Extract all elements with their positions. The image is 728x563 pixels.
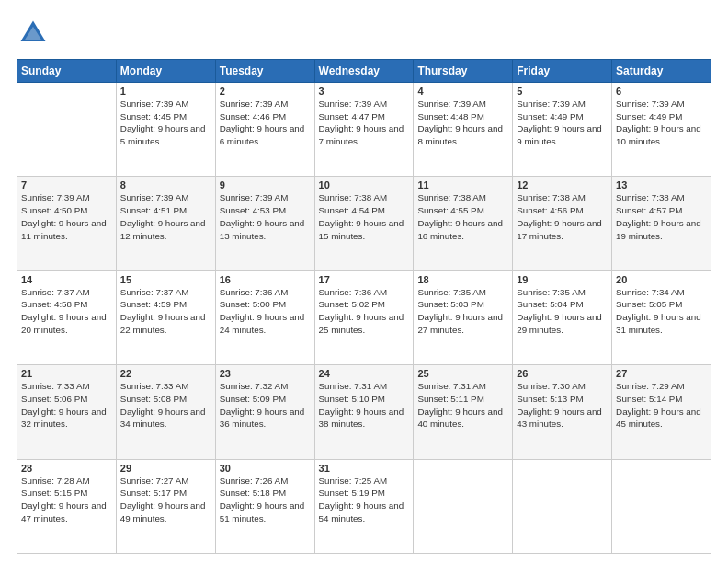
day-number: 6 (616, 86, 707, 97)
day-info: Sunrise: 7:31 AM Sunset: 5:10 PM Dayligh… (319, 380, 410, 431)
day-info: Sunrise: 7:28 AM Sunset: 5:15 PM Dayligh… (21, 475, 112, 525)
sunset-text: Sunset: 4:46 PM (220, 111, 286, 121)
sunset-text: Sunset: 4:51 PM (120, 205, 187, 215)
sunset-text: Sunset: 5:09 PM (220, 394, 286, 404)
day-number: 11 (417, 179, 508, 190)
daylight-text: Daylight: 9 hours and 51 minutes. (220, 500, 305, 523)
day-number: 31 (319, 463, 410, 474)
daylight-text: Daylight: 9 hours and 38 minutes. (319, 407, 404, 430)
weekday-friday: Friday (513, 60, 612, 83)
day-info: Sunrise: 7:26 AM Sunset: 5:18 PM Dayligh… (220, 475, 311, 525)
day-number: 21 (21, 368, 112, 379)
day-number: 4 (417, 86, 508, 97)
day-cell: 25 Sunrise: 7:31 AM Sunset: 5:11 PM Dayl… (414, 365, 513, 459)
day-cell: 27 Sunrise: 7:29 AM Sunset: 5:14 PM Dayl… (612, 365, 711, 459)
weekday-thursday: Thursday (414, 60, 513, 83)
day-number: 20 (616, 274, 707, 285)
day-info: Sunrise: 7:39 AM Sunset: 4:51 PM Dayligh… (120, 191, 211, 242)
daylight-text: Daylight: 9 hours and 19 minutes. (616, 218, 701, 241)
sunrise-text: Sunrise: 7:39 AM (319, 98, 388, 109)
sunrise-text: Sunrise: 7:36 AM (319, 287, 388, 297)
weekday-tuesday: Tuesday (215, 60, 314, 83)
day-info: Sunrise: 7:39 AM Sunset: 4:49 PM Dayligh… (517, 98, 608, 148)
day-info: Sunrise: 7:30 AM Sunset: 5:13 PM Dayligh… (517, 380, 608, 431)
daylight-text: Daylight: 9 hours and 17 minutes. (517, 218, 602, 241)
day-info: Sunrise: 7:38 AM Sunset: 4:56 PM Dayligh… (517, 191, 608, 242)
day-cell: 12 Sunrise: 7:38 AM Sunset: 4:56 PM Dayl… (513, 177, 612, 270)
day-cell: 9 Sunrise: 7:39 AM Sunset: 4:53 PM Dayli… (215, 177, 314, 270)
day-number: 22 (120, 368, 211, 379)
page: SundayMondayTuesdayWednesdayThursdayFrid… (0, 0, 728, 563)
day-cell: 7 Sunrise: 7:39 AM Sunset: 4:50 PM Dayli… (17, 177, 117, 270)
day-number: 25 (417, 368, 508, 379)
day-number: 1 (120, 86, 211, 97)
daylight-text: Daylight: 9 hours and 7 minutes. (319, 123, 404, 146)
sunrise-text: Sunrise: 7:33 AM (120, 381, 189, 391)
sunset-text: Sunset: 5:02 PM (319, 299, 385, 309)
daylight-text: Daylight: 9 hours and 36 minutes. (220, 407, 305, 430)
day-cell (414, 459, 513, 553)
sunrise-text: Sunrise: 7:32 AM (220, 381, 289, 391)
day-info: Sunrise: 7:31 AM Sunset: 5:11 PM Dayligh… (417, 380, 508, 431)
day-cell: 23 Sunrise: 7:32 AM Sunset: 5:09 PM Dayl… (215, 365, 314, 459)
weekday-monday: Monday (116, 60, 215, 83)
sunset-text: Sunset: 5:18 PM (220, 488, 286, 498)
daylight-text: Daylight: 9 hours and 6 minutes. (220, 123, 305, 146)
day-info: Sunrise: 7:35 AM Sunset: 5:04 PM Dayligh… (517, 286, 608, 337)
day-cell: 30 Sunrise: 7:26 AM Sunset: 5:18 PM Dayl… (215, 459, 314, 553)
sunset-text: Sunset: 5:04 PM (517, 299, 583, 309)
sunset-text: Sunset: 4:58 PM (21, 299, 87, 309)
sunset-text: Sunset: 4:49 PM (517, 111, 583, 121)
sunrise-text: Sunrise: 7:39 AM (417, 98, 486, 109)
day-number: 8 (120, 179, 211, 190)
day-number: 7 (21, 179, 112, 190)
sunrise-text: Sunrise: 7:38 AM (417, 192, 486, 202)
day-info: Sunrise: 7:32 AM Sunset: 5:09 PM Dayligh… (220, 380, 311, 431)
weekday-wednesday: Wednesday (314, 60, 414, 83)
sunset-text: Sunset: 5:06 PM (21, 394, 87, 404)
day-number: 3 (319, 86, 410, 97)
daylight-text: Daylight: 9 hours and 49 minutes. (120, 500, 206, 523)
sunset-text: Sunset: 5:14 PM (616, 394, 682, 404)
sunrise-text: Sunrise: 7:35 AM (417, 287, 486, 297)
day-cell: 3 Sunrise: 7:39 AM Sunset: 4:47 PM Dayli… (314, 83, 414, 177)
weekday-sunday: Sunday (17, 60, 117, 83)
day-cell: 19 Sunrise: 7:35 AM Sunset: 5:04 PM Dayl… (513, 270, 612, 364)
calendar-table: SundayMondayTuesdayWednesdayThursdayFrid… (17, 59, 711, 554)
sunrise-text: Sunrise: 7:39 AM (120, 192, 189, 202)
sunrise-text: Sunrise: 7:39 AM (21, 192, 90, 202)
day-cell: 10 Sunrise: 7:38 AM Sunset: 4:54 PM Dayl… (314, 177, 414, 270)
daylight-text: Daylight: 9 hours and 5 minutes. (120, 123, 206, 146)
daylight-text: Daylight: 9 hours and 29 minutes. (517, 312, 602, 335)
weekday-saturday: Saturday (612, 60, 711, 83)
daylight-text: Daylight: 9 hours and 24 minutes. (220, 312, 305, 335)
day-number: 18 (417, 274, 508, 285)
sunset-text: Sunset: 4:45 PM (120, 111, 187, 121)
day-cell: 11 Sunrise: 7:38 AM Sunset: 4:55 PM Dayl… (414, 177, 513, 270)
week-row-2: 14 Sunrise: 7:37 AM Sunset: 4:58 PM Dayl… (17, 270, 711, 364)
day-info: Sunrise: 7:39 AM Sunset: 4:48 PM Dayligh… (417, 98, 508, 148)
day-cell: 20 Sunrise: 7:34 AM Sunset: 5:05 PM Dayl… (612, 270, 711, 364)
sunrise-text: Sunrise: 7:39 AM (120, 98, 189, 109)
sunset-text: Sunset: 4:48 PM (417, 111, 483, 121)
sunset-text: Sunset: 4:59 PM (120, 299, 187, 309)
daylight-text: Daylight: 9 hours and 27 minutes. (417, 312, 503, 335)
sunrise-text: Sunrise: 7:31 AM (417, 381, 486, 391)
day-number: 2 (220, 86, 311, 97)
day-cell (513, 459, 612, 553)
sunrise-text: Sunrise: 7:39 AM (220, 98, 289, 109)
sunset-text: Sunset: 5:08 PM (120, 394, 187, 404)
daylight-text: Daylight: 9 hours and 31 minutes. (616, 312, 701, 335)
sunset-text: Sunset: 5:10 PM (319, 394, 385, 404)
day-cell: 24 Sunrise: 7:31 AM Sunset: 5:10 PM Dayl… (314, 365, 414, 459)
logo (17, 17, 53, 50)
sunrise-text: Sunrise: 7:27 AM (120, 476, 189, 486)
sunset-text: Sunset: 5:15 PM (21, 488, 87, 498)
day-cell: 8 Sunrise: 7:39 AM Sunset: 4:51 PM Dayli… (116, 177, 215, 270)
sunset-text: Sunset: 4:49 PM (616, 111, 682, 121)
sunset-text: Sunset: 5:05 PM (616, 299, 682, 309)
sunset-text: Sunset: 5:00 PM (220, 299, 286, 309)
sunset-text: Sunset: 4:53 PM (220, 205, 286, 215)
calendar-body: 1 Sunrise: 7:39 AM Sunset: 4:45 PM Dayli… (17, 83, 711, 554)
day-number: 17 (319, 274, 410, 285)
